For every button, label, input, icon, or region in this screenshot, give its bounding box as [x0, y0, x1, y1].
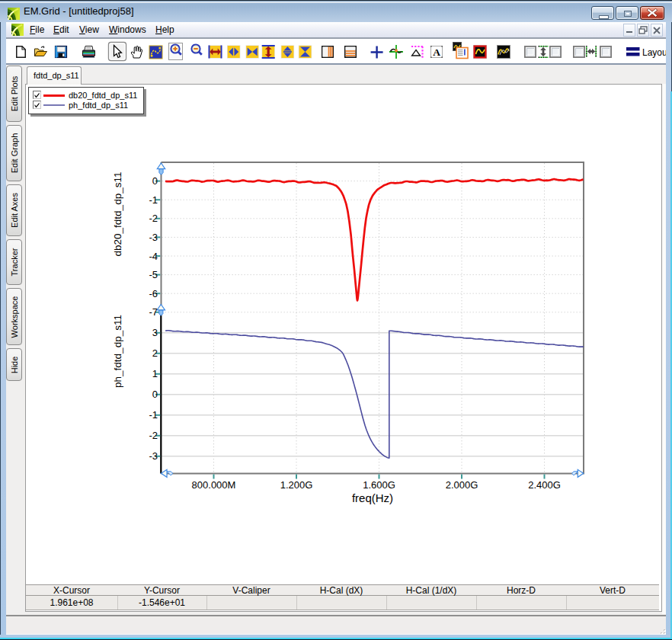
- svg-text:1.200G: 1.200G: [280, 479, 313, 491]
- svg-text:-7: -7: [149, 306, 158, 318]
- svg-text:0: 0: [152, 175, 158, 187]
- svg-text:3: 3: [152, 327, 158, 338]
- svg-text:-2: -2: [149, 430, 158, 441]
- svg-text:A: A: [433, 46, 440, 58]
- svg-text:Layout: Layout: [642, 47, 666, 58]
- svg-text:-1: -1: [149, 409, 158, 421]
- svg-text:1: 1: [152, 368, 158, 379]
- svg-text:2.000G: 2.000G: [446, 479, 478, 491]
- svg-text:-5: -5: [149, 269, 158, 280]
- svg-text:-1: -1: [149, 194, 158, 206]
- svg-text:2.400G: 2.400G: [528, 479, 561, 491]
- svg-text:-3: -3: [149, 450, 158, 462]
- svg-text:-4: -4: [149, 251, 158, 262]
- svg-text:800.000M: 800.000M: [192, 479, 236, 491]
- svg-text:1.600G: 1.600G: [363, 479, 395, 491]
- svg-text:db20_fdtd_dp_s11: db20_fdtd_dp_s11: [112, 172, 123, 257]
- svg-text:-2: -2: [149, 213, 158, 224]
- svg-text:-3: -3: [149, 232, 158, 243]
- svg-text:0: 0: [152, 389, 158, 400]
- svg-text:freq(Hz): freq(Hz): [352, 491, 393, 504]
- svg-text:ph_fdtd_dp_s11: ph_fdtd_dp_s11: [112, 315, 123, 388]
- svg-text:-6: -6: [149, 288, 158, 299]
- svg-text:2: 2: [152, 347, 158, 359]
